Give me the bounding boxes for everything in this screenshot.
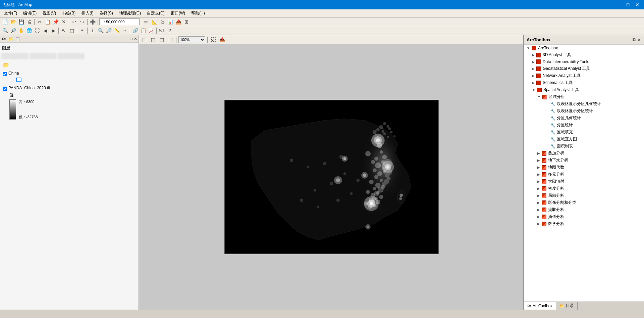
next-extent-btn[interactable]: ▶: [50, 27, 57, 34]
maximize-button[interactable]: □: [624, 1, 632, 9]
table-btn[interactable]: 📊: [167, 18, 174, 26]
map-tool-6[interactable]: 📤: [218, 36, 226, 43]
select2-btn[interactable]: ⬚: [68, 27, 75, 34]
paste-button[interactable]: 📌: [52, 18, 59, 26]
menu-file[interactable]: 文件(F): [1, 10, 20, 17]
tool-zone-geo-stat[interactable]: 🔧 分区几何统计: [524, 115, 644, 122]
zoom-out-btn[interactable]: 🔍: [1, 27, 9, 34]
layer-btn[interactable]: 🗂: [159, 18, 166, 26]
cut-button[interactable]: ✂: [36, 18, 43, 26]
editor-btn[interactable]: ✏: [143, 18, 150, 26]
full-extent-btn[interactable]: ⛶: [34, 27, 41, 34]
pan-btn[interactable]: ✋: [17, 27, 25, 34]
select-btn[interactable]: ↖: [60, 27, 67, 34]
undo-button[interactable]: ↩: [70, 18, 78, 26]
tool-overlay[interactable]: ▶ 叠加分析: [524, 150, 644, 157]
tool-local[interactable]: ▶ 局部分析: [524, 192, 644, 199]
zoom-in-btn[interactable]: 🔎: [9, 27, 17, 34]
help-btn[interactable]: ?: [166, 27, 173, 34]
tool-geostat[interactable]: ▶ Geostatistical Analyst 工具: [524, 65, 644, 72]
tool-solar[interactable]: ▶ 太阳辐射: [524, 178, 644, 185]
rp-tab-catalog[interactable]: 📂 目录: [556, 302, 578, 310]
find-btn[interactable]: 🔍: [97, 27, 104, 34]
tool-schematics[interactable]: ▶ Schematics 工具: [524, 79, 644, 86]
layer-china-checkbox[interactable]: [3, 72, 7, 76]
menu-edit[interactable]: 编辑(E): [20, 10, 39, 17]
toolbox-root-item[interactable]: ▼ ArcToolbox: [524, 45, 644, 51]
html-btn[interactable]: 📋: [140, 27, 147, 34]
menu-bookmark[interactable]: 书签(B): [59, 10, 78, 17]
delete-button[interactable]: ✕: [60, 18, 67, 26]
graph-btn[interactable]: 📈: [148, 27, 155, 34]
menu-select[interactable]: 选择(S): [97, 10, 116, 17]
menu-geoprocessing[interactable]: 地理处理(G): [116, 10, 144, 17]
tool-zone-fill[interactable]: 🔧 区域填充: [524, 129, 644, 136]
tool-data-interop[interactable]: ▶ Data Interoperability Tools: [524, 58, 644, 65]
open-button[interactable]: 📂: [9, 18, 17, 26]
tool-zone-tabulate[interactable]: 🔧 面积制表: [524, 143, 644, 150]
print-button[interactable]: 🖨: [25, 18, 33, 26]
time-btn[interactable]: ST: [158, 27, 165, 34]
layer-china-row[interactable]: China: [1, 70, 137, 77]
tool-multivariate[interactable]: ▶ 多元分析: [524, 171, 644, 178]
add-data-button[interactable]: ➕: [89, 18, 96, 26]
identify-btn[interactable]: 🔎: [105, 27, 112, 34]
map-tool-4[interactable]: ⬚: [167, 36, 174, 43]
tool-groundwater[interactable]: ▶ 地下水分析: [524, 157, 644, 164]
tool-map-algebra[interactable]: ▶ 地图代数: [524, 164, 644, 171]
menu-window[interactable]: 窗口(W): [168, 10, 188, 17]
map-tool-2[interactable]: ⬚: [149, 36, 157, 43]
map-area[interactable]: ⬚ ⬚ ⬚ ⬚ 100% 75% 50% 150% 🖼 📤: [139, 35, 523, 310]
menu-insert[interactable]: 插入(I): [79, 10, 96, 17]
grid-btn[interactable]: ⊞: [183, 18, 190, 26]
tool-interpolation[interactable]: ▶ 插值分析: [524, 213, 644, 220]
rp-tab-arctoolbox[interactable]: 🗂 ArcToolbox: [524, 302, 556, 310]
globe-btn[interactable]: 🌐: [25, 27, 33, 34]
tool-network[interactable]: ▶ Network Analyst 工具: [524, 72, 644, 79]
info-btn[interactable]: ℹ: [89, 27, 96, 34]
toolbox-content[interactable]: ▼ ArcToolbox ▶ 3D Analyst 工具 ▶ Data Inte…: [524, 45, 644, 302]
panel-maximize-icon[interactable]: □: [130, 37, 132, 41]
hyperlink-btn[interactable]: 🔗: [131, 27, 139, 34]
prev-extent-btn[interactable]: ◀: [42, 27, 49, 34]
menu-customize[interactable]: 自定义(C): [144, 10, 167, 17]
sketch-btn[interactable]: 📐: [151, 18, 158, 26]
tool-3d-analyst[interactable]: ▶ 3D Analyst 工具: [524, 51, 644, 58]
rp-float-btn[interactable]: ⧉: [633, 37, 636, 43]
new-button[interactable]: 📄: [1, 18, 9, 26]
tool-extract[interactable]: ▶ 提取分析: [524, 206, 644, 213]
tool-segmentation[interactable]: ▶ 影像分割和分类: [524, 199, 644, 206]
map-tool-3[interactable]: ⬚: [158, 36, 165, 43]
tool-math[interactable]: ▶ 数学分析: [524, 220, 644, 227]
panel-close-icon[interactable]: ✕: [134, 37, 137, 41]
save-button[interactable]: 💾: [17, 18, 25, 26]
tool-zone-geo-table[interactable]: 🔧 以表格显示分区几何统计: [524, 100, 644, 107]
minimize-button[interactable]: ─: [614, 1, 623, 9]
tool-zone-histogram[interactable]: 🔧 区域直方图: [524, 136, 644, 143]
layer-panda-row[interactable]: PANDA_China_2020.tif: [1, 85, 137, 92]
measure-btn[interactable]: 📏: [113, 27, 120, 34]
menu-view[interactable]: 视图(V): [40, 10, 59, 17]
cursor-btn[interactable]: ⌖: [78, 27, 86, 34]
redo-button[interactable]: ↪: [78, 18, 86, 26]
tool-spatial[interactable]: ▼ Spatial Analyst 工具: [524, 86, 644, 93]
add-group-icon[interactable]: 📁: [8, 36, 13, 42]
tool-zone-stat[interactable]: 🔧 分区统计: [524, 122, 644, 129]
copy-button[interactable]: 📋: [44, 18, 51, 26]
tool-zone-analysis[interactable]: ▼ 区域分析: [524, 93, 644, 100]
layer-panda-checkbox[interactable]: [3, 87, 7, 91]
rp-close-btn[interactable]: ✕: [637, 37, 641, 43]
export-btn[interactable]: 📤: [175, 18, 182, 26]
close-button[interactable]: ✕: [633, 1, 641, 9]
zoom-select[interactable]: 100% 75% 50% 150%: [178, 36, 205, 43]
tool-zone-table[interactable]: 🔧 以表格显示分区统计: [524, 107, 644, 115]
map-tool-5[interactable]: 🖼: [210, 36, 217, 43]
scale-input[interactable]: [99, 18, 140, 25]
add-layer-icon[interactable]: 🗂: [1, 36, 7, 42]
tool-density[interactable]: ▶ 密度分析: [524, 185, 644, 192]
menu-help[interactable]: 帮助(H): [189, 10, 208, 17]
swipe-btn[interactable]: ↔: [121, 27, 128, 34]
layer-props-icon[interactable]: 📋: [15, 36, 20, 42]
map-tool-1[interactable]: ⬚: [141, 36, 148, 43]
svg-point-69: [399, 193, 403, 197]
